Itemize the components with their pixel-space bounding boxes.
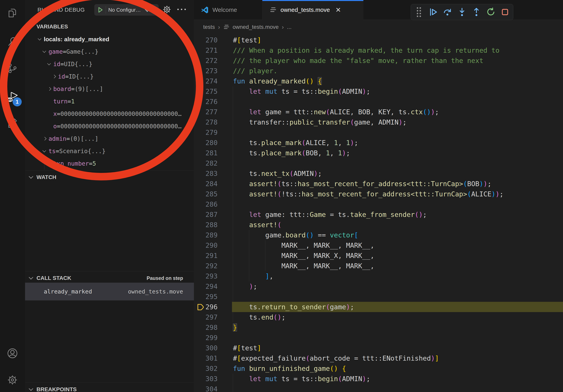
variable-row[interactable]: game = Game{...}	[25, 45, 194, 58]
call-stack-section-label: CALL STACK	[37, 275, 71, 281]
line-number: 271	[194, 45, 218, 55]
code-line[interactable]: 284 assert!(ts::has_most_recent_for_addr…	[194, 179, 563, 189]
variable-row[interactable]: txn_number = 5	[25, 157, 194, 170]
step-into-button[interactable]	[456, 6, 468, 18]
step-out-button[interactable]	[470, 6, 483, 18]
variable-row[interactable]: turn = 1	[25, 95, 194, 108]
code-line[interactable]: 272/// the player who made the "false" m…	[194, 55, 563, 66]
code-line[interactable]: 280 ts.place_mark(ALICE, 1, 1);	[194, 138, 563, 148]
code-line[interactable]: 285 assert!(!ts::has_most_recent_for_add…	[194, 189, 563, 199]
variable-name: locals: already_marked	[44, 36, 109, 43]
code-editor[interactable]: 270#[test]271/// When a position is alre…	[194, 34, 563, 392]
code-line[interactable]: 275 let mut ts = ts::begin(ADMIN);	[194, 86, 563, 96]
code-line[interactable]: 283 ts.next_tx(ADMIN);	[194, 168, 563, 179]
variable-name: admin	[49, 135, 66, 142]
twisty-open-icon[interactable]	[47, 58, 53, 70]
code-line[interactable]: 294 );	[194, 281, 563, 291]
call-stack-frame[interactable]: already_marked owned_tests.move	[25, 283, 194, 301]
activity-search-button[interactable]	[0, 31, 25, 52]
code-line[interactable]: 290 MARK__, MARK__, MARK__,	[194, 240, 563, 250]
code-line[interactable]: 282	[194, 158, 563, 168]
code-line[interactable]: 270#[test]	[194, 35, 563, 45]
code-line[interactable]: 298}	[194, 322, 563, 333]
activity-run-debug-button[interactable]: 1	[0, 86, 25, 108]
code-line[interactable]: 292 MARK__, MARK__, MARK__,	[194, 261, 563, 271]
variable-row[interactable]: admin = (0)[...]	[25, 132, 194, 145]
line-content: let mut ts = ts::begin(ADMIN);	[218, 86, 370, 96]
twisty-closed-icon[interactable]	[51, 70, 58, 83]
line-number: 289	[194, 230, 218, 240]
line-content: ts.end();	[218, 312, 285, 322]
code-line[interactable]: 279	[194, 127, 563, 138]
code-line[interactable]: 276	[194, 96, 563, 107]
search-icon	[7, 36, 18, 47]
code-line[interactable]: 299	[194, 333, 563, 343]
source-control-icon	[7, 63, 18, 74]
launch-config-dropdown[interactable]: No Configur…	[94, 4, 159, 16]
code-line[interactable]: 304	[194, 384, 563, 392]
variable-row[interactable]: x = 000000000000000000000000000000000…	[25, 108, 194, 120]
account-button[interactable]	[0, 342, 25, 364]
breadcrumb-item-symbol[interactable]: ...	[287, 24, 292, 30]
views-more-actions-button[interactable]	[177, 9, 186, 10]
line-number: 290	[194, 240, 218, 250]
stop-button[interactable]	[499, 6, 511, 18]
line-number: 291	[194, 250, 218, 261]
tab-welcome[interactable]: Welcome	[194, 0, 262, 20]
twisty-open-icon[interactable]	[37, 33, 44, 45]
code-line[interactable]: 281 ts.place_mark(BOB, 1, 1);	[194, 148, 563, 158]
activity-source-control-button[interactable]	[0, 57, 25, 79]
code-line[interactable]: 297 ts.end();	[194, 312, 563, 322]
step-over-button[interactable]	[441, 6, 454, 18]
restart-button[interactable]	[485, 6, 497, 18]
code-line[interactable]: 296 ts.return_to_sender(game);	[194, 302, 563, 312]
toolbar-drag-handle[interactable]	[413, 6, 425, 18]
code-line[interactable]: 301#[expected_failure(abort_code = ttt::…	[194, 353, 563, 363]
twisty-closed-icon[interactable]	[42, 132, 49, 145]
variable-row[interactable]: o = 000000000000000000000000000000000…	[25, 120, 194, 132]
line-content: ts.place_mark(BOB, 1, 1);	[218, 148, 350, 158]
step-into-icon	[458, 8, 467, 17]
variable-row[interactable]: id = UID{...}	[25, 58, 194, 70]
move-file-icon	[269, 6, 277, 14]
code-line[interactable]: 288 assert!(	[194, 220, 563, 230]
code-line[interactable]: 278 transfer::public_transfer(game, ADMI…	[194, 117, 563, 127]
code-line[interactable]: 289 game.board() == vector[	[194, 230, 563, 240]
variable-name: id	[53, 61, 60, 67]
line-number: 282	[194, 158, 218, 168]
settings-button[interactable]	[0, 369, 25, 391]
code-line[interactable]: 273/// player.	[194, 66, 563, 76]
tab-owned-tests-move[interactable]: owned_tests.move ✕	[262, 0, 363, 20]
code-line[interactable]: 274fun already_marked() {	[194, 76, 563, 86]
start-debug-icon[interactable]	[97, 6, 104, 13]
continue-button[interactable]	[427, 6, 440, 18]
close-icon[interactable]: ✕	[335, 7, 341, 13]
code-line[interactable]: 277 let game = ttt::new(ALICE, BOB, KEY,…	[194, 107, 563, 117]
code-line[interactable]: 300#[test]	[194, 343, 563, 353]
variable-row[interactable]: board = (9)[...]	[25, 83, 194, 95]
code-line[interactable]: 286	[194, 199, 563, 209]
watch-section-header[interactable]: WATCH	[25, 172, 194, 183]
twisty-open-icon[interactable]	[42, 145, 49, 157]
twisty-closed-icon[interactable]	[47, 83, 53, 95]
code-line[interactable]: 302fun burn_unfinished_game() {	[194, 363, 563, 374]
call-stack-section-header[interactable]: CALL STACK Paused on step	[25, 273, 194, 284]
breadcrumb-item-tests[interactable]: tests	[203, 24, 215, 30]
code-line[interactable]: 271/// When a position is already marked…	[194, 45, 563, 55]
activity-extensions-button[interactable]	[0, 113, 25, 135]
code-line[interactable]: 287 let game: ttt::Game = ts.take_from_s…	[194, 209, 563, 220]
breadcrumb-item-file[interactable]: owned_tests.move	[232, 24, 279, 30]
code-line[interactable]: 303 let mut ts = ts::begin(ADMIN);	[194, 374, 563, 384]
code-line[interactable]: 295	[194, 291, 563, 302]
code-line[interactable]: 291 MARK__, MARK_X, MARK__,	[194, 250, 563, 261]
variable-row[interactable]: locals: already_marked	[25, 33, 194, 45]
activity-explorer-button[interactable]	[0, 2, 25, 24]
line-number: 276	[194, 96, 218, 107]
variable-row[interactable]: ts = Scenario{...}	[25, 145, 194, 157]
variables-section-header[interactable]: VARIABLES	[25, 21, 194, 32]
breakpoints-section-header[interactable]: BREAKPOINTS	[25, 384, 194, 392]
code-line[interactable]: 293 ],	[194, 271, 563, 281]
twisty-open-icon[interactable]	[42, 45, 49, 58]
variable-row[interactable]: id = ID{...}	[25, 70, 194, 83]
debug-settings-gear-button[interactable]	[162, 5, 172, 14]
